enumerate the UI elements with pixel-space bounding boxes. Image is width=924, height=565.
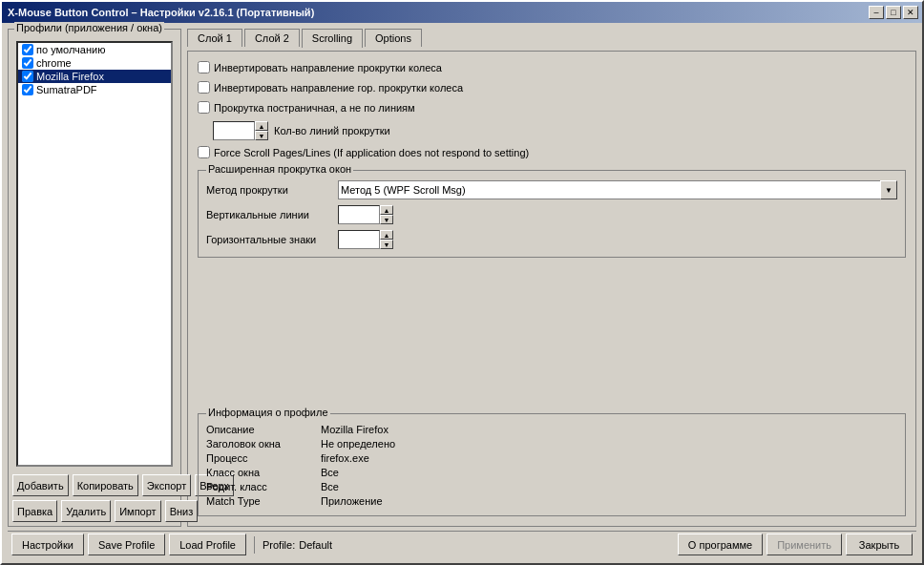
profile-value: Default — [299, 539, 332, 551]
profile-info-legend: Информация о профиле — [206, 407, 330, 418]
settings-button[interactable]: Настройки — [11, 534, 84, 555]
tabs-container: Слой 1 Слой 2 Scrolling Options — [187, 29, 916, 47]
scroll-lines-spinner-buttons: ▲ ▼ — [255, 121, 268, 140]
invert-scroll-row: Инвертировать направление прокрутки коле… — [198, 61, 906, 73]
close-window-button[interactable]: Закрыть — [846, 534, 913, 555]
vert-lines-row: Вертикальные линии 12 ▲ ▼ — [206, 205, 897, 224]
left-panel-buttons: Добавить Копировать Экспорт Вверх Правка… — [12, 474, 177, 522]
scroll-method-combo[interactable]: Метод 1 Метод 2 Метод 3 Метод 4 Метод 5 … — [338, 180, 897, 199]
vert-lines-label: Вертикальные линии — [206, 209, 330, 220]
status-divider-1 — [254, 536, 255, 554]
left-btn-row-1: Добавить Копировать Экспорт Вверх — [12, 474, 177, 496]
tab-layer2[interactable]: Слой 2 — [244, 29, 300, 47]
delete-button[interactable]: Удалить — [61, 500, 111, 522]
profile-checkbox-default[interactable] — [22, 44, 33, 55]
info-row-2: Процесс firefox.exe — [206, 452, 897, 464]
save-profile-button[interactable]: Save Profile — [88, 534, 165, 555]
about-button[interactable]: О программе — [678, 534, 763, 555]
horiz-chars-spinner-buttons: ▲ ▼ — [380, 230, 393, 249]
vert-lines-up-btn[interactable]: ▲ — [380, 205, 393, 215]
export-button[interactable]: Экспорт — [142, 474, 191, 496]
info-row-5: Match Type Приложение — [206, 495, 897, 507]
title-bar: X-Mouse Button Control – Настройки v2.16… — [2, 2, 922, 23]
right-panel: Слой 1 Слой 2 Scrolling Options — [187, 29, 916, 527]
page-scroll-checkbox[interactable] — [198, 101, 210, 114]
horiz-chars-spinner: 15 ▲ ▼ — [338, 230, 393, 249]
vert-lines-spinner: 12 ▲ ▼ — [338, 205, 393, 224]
page-scroll-row: Прокрутка постраничная, а не по линиям — [198, 101, 906, 114]
horiz-chars-label: Горизонтальные знаки — [206, 234, 330, 245]
tab-layer1-label: Слой 1 — [198, 32, 232, 44]
profile-label-firefox: Mozilla Firefox — [36, 71, 104, 82]
main-content: Профили (приложения / окна) по умолчанию… — [8, 29, 916, 527]
maximize-button[interactable]: □ — [886, 6, 901, 19]
minimize-button[interactable]: – — [869, 6, 884, 19]
tab-options[interactable]: Options — [365, 29, 422, 47]
profile-item-chrome[interactable]: chrome — [18, 56, 171, 70]
info-row-0: Описание Mozilla Firefox — [206, 424, 897, 435]
copy-button[interactable]: Копировать — [73, 474, 138, 496]
info-label-3: Класс окна — [206, 467, 321, 478]
advanced-scroll-legend: Расширенная прокрутка окон — [206, 163, 353, 175]
tab-options-label: Options — [375, 32, 411, 44]
invert-scroll-label: Инвертировать направление прокрутки коле… — [214, 62, 442, 73]
horiz-chars-up-btn[interactable]: ▲ — [380, 230, 393, 240]
invert-horiz-scroll-checkbox[interactable] — [198, 81, 210, 94]
window-title: X-Mouse Button Control – Настройки v2.16… — [6, 7, 314, 18]
horiz-chars-down-btn[interactable]: ▼ — [380, 240, 393, 249]
import-button[interactable]: Импорт — [115, 500, 160, 522]
status-bar: Настройки Save Profile Load Profile Prof… — [8, 531, 916, 557]
tab-layer1[interactable]: Слой 1 — [187, 29, 242, 47]
invert-scroll-checkbox[interactable] — [198, 61, 210, 73]
info-label-4: Родит. класс — [206, 481, 321, 492]
info-value-2: firefox.exe — [321, 452, 897, 464]
info-label-1: Заголовок окна — [206, 438, 321, 450]
info-label-5: Match Type — [206, 495, 321, 507]
apply-button[interactable]: Применить — [766, 534, 842, 555]
profile-list[interactable]: по умолчанию chrome Mozilla Firefox — [16, 41, 173, 467]
info-value-5: Приложение — [321, 495, 897, 507]
info-row-3: Класс окна Все — [206, 467, 897, 478]
scroll-lines-up-btn[interactable]: ▲ — [255, 121, 268, 131]
profile-label-default: по умолчанию — [36, 44, 105, 55]
title-bar-buttons: – □ ✕ — [869, 6, 918, 19]
down-button[interactable]: Вниз — [165, 500, 199, 522]
profile-info-group: Информация о профиле Описание Mozilla Fi… — [198, 413, 906, 516]
vert-lines-input[interactable]: 12 — [338, 205, 380, 224]
advanced-scroll-group: Расширенная прокрутка окон Метод прокрут… — [198, 170, 906, 258]
tab-content: Инвертировать направление прокрутки коле… — [187, 51, 916, 527]
scroll-lines-down-btn[interactable]: ▼ — [255, 131, 268, 140]
info-label-0: Описание — [206, 424, 321, 435]
info-row-1: Заголовок окна Не определено — [206, 438, 897, 450]
profile-item-firefox[interactable]: Mozilla Firefox — [18, 70, 171, 83]
profile-checkbox-firefox[interactable] — [22, 71, 33, 82]
info-row-4: Родит. класс Все — [206, 481, 897, 492]
scroll-method-label: Метод прокрутки — [206, 184, 330, 196]
tab-scrolling[interactable]: Scrolling — [302, 29, 363, 48]
window-body: Профили (приложения / окна) по умолчанию… — [2, 23, 922, 563]
close-button[interactable]: ✕ — [903, 6, 918, 19]
profile-item-sumatra[interactable]: SumatraPDF — [18, 83, 171, 96]
profile-checkbox-sumatra[interactable] — [22, 84, 33, 95]
profile-label: Profile: — [262, 539, 295, 551]
force-scroll-checkbox[interactable] — [198, 146, 210, 158]
profiles-legend: Профили (приложения / окна) — [14, 22, 164, 33]
force-scroll-row: Force Scroll Pages/Lines (If application… — [198, 146, 906, 158]
vert-lines-down-btn[interactable]: ▼ — [380, 215, 393, 224]
invert-horiz-scroll-row: Инвертировать направление гор. прокрутки… — [198, 81, 906, 94]
add-button[interactable]: Добавить — [12, 474, 69, 496]
horiz-chars-input[interactable]: 15 — [338, 230, 380, 249]
force-scroll-label: Force Scroll Pages/Lines (If application… — [214, 147, 529, 158]
page-scroll-label: Прокрутка постраничная, а не по линиям — [214, 102, 415, 114]
load-profile-button[interactable]: Load Profile — [169, 534, 246, 555]
scroll-method-row: Метод прокрутки Метод 1 Метод 2 Метод 3 … — [206, 180, 897, 199]
profile-checkbox-chrome[interactable] — [22, 57, 33, 69]
scroll-lines-input[interactable]: 15 — [213, 121, 255, 140]
profile-label-sumatra: SumatraPDF — [36, 84, 97, 95]
profile-label-chrome: chrome — [36, 57, 72, 69]
scroll-method-select[interactable]: Метод 1 Метод 2 Метод 3 Метод 4 Метод 5 … — [338, 180, 897, 199]
edit-button[interactable]: Правка — [12, 500, 57, 522]
info-value-3: Все — [321, 467, 897, 478]
profile-item-default[interactable]: по умолчанию — [18, 43, 171, 56]
info-label-2: Процесс — [206, 452, 321, 464]
